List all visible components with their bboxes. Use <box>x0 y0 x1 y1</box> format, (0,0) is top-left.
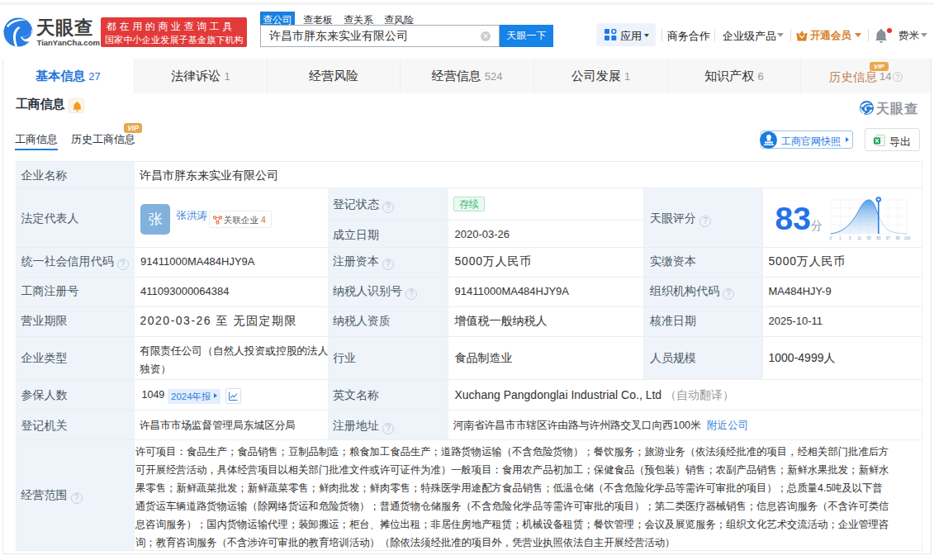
svg-text:83: 83 <box>876 236 881 240</box>
svg-text:50: 50 <box>866 236 871 240</box>
svg-text:99: 99 <box>895 236 900 240</box>
svg-text:97: 97 <box>885 236 890 240</box>
svg-text:11: 11 <box>857 236 861 240</box>
svg-text:3: 3 <box>848 236 851 240</box>
svg-text:100: 100 <box>903 236 910 240</box>
svg-text:0: 0 <box>829 236 832 240</box>
svg-text:1: 1 <box>839 236 842 240</box>
